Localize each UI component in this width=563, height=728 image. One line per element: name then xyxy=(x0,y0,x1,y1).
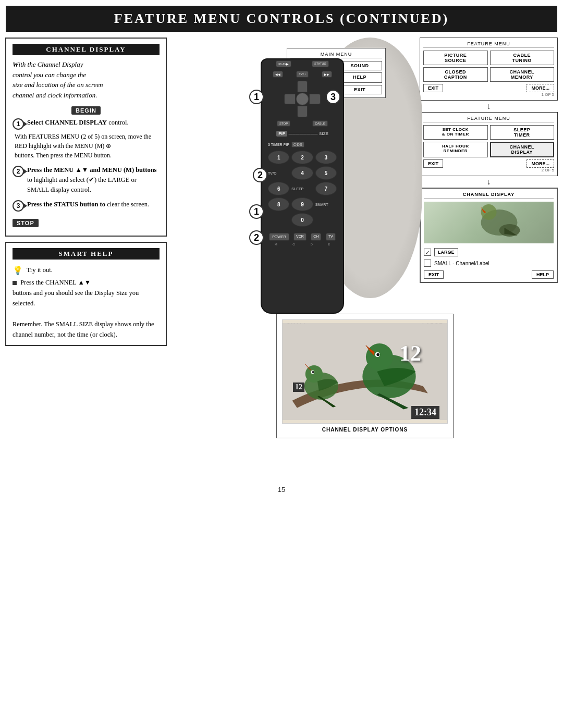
cdm-title: CHANNEL DISPLAY xyxy=(424,192,554,199)
left-panel: CHANNEL DISPLAY With the Channel Display… xyxy=(5,38,167,480)
feature-menu-2-footer: EXIT MORE... xyxy=(423,159,554,168)
step-3-text: Press the STATUS button to clear the scr… xyxy=(27,200,149,209)
smart-help-title: SMART HELP xyxy=(13,248,160,260)
cdm-large-checkbox[interactable] xyxy=(424,249,431,256)
remote-right-btn[interactable] xyxy=(309,94,321,104)
remote-num-7[interactable]: 7 xyxy=(315,182,337,195)
step-overlay-2: 2 xyxy=(253,168,267,182)
stop-badge: STOP xyxy=(13,219,39,227)
cdm-footer: EXIT HELP xyxy=(424,270,554,279)
step-overlay-2b: 2 xyxy=(249,230,264,245)
remote-mid-buttons: ◀◀ TV↑↓ ▶▶ xyxy=(262,70,343,79)
remote-num-1[interactable]: 1 xyxy=(268,151,289,164)
step-3-circle: 3 xyxy=(13,200,24,212)
cdm-small-label: SMALL - Channel/Label xyxy=(434,261,489,266)
svg-point-1 xyxy=(481,204,497,220)
step-3-block: 3 Press the STATUS button to clear the s… xyxy=(13,200,160,212)
remote-stop-btn[interactable]: STOP xyxy=(277,120,290,127)
cd-options-footer: CHANNEL DISPLAY OPTIONS xyxy=(282,427,448,433)
feature-menu-2: FEATURE MENU SET CLOCK& ON TIMER SLEEPTI… xyxy=(420,112,558,176)
cdm-small-checkbox[interactable] xyxy=(424,260,431,267)
remote-bottom-row: POWER VCR CH TV xyxy=(262,231,343,243)
channel-num-clock: 12:34 xyxy=(411,406,439,419)
feature-menu-2-grid: SET CLOCK& ON TIMER SLEEPTIMER HALF HOUR… xyxy=(423,125,554,157)
channel-display-options-menu: CHANNEL DISPLAY xyxy=(420,188,558,283)
begin-badge: BEGIN xyxy=(71,106,101,115)
step-2-block: 2 Press the MENU ▲▼ and MENU (M) buttons… xyxy=(13,165,160,194)
smart-help-box: SMART HELP 💡 Try it out. Press the CHANN… xyxy=(5,242,167,346)
fm1-cable-tuning: CABLETUNING xyxy=(490,51,555,65)
fm2-exit-btn[interactable]: EXIT xyxy=(423,159,443,168)
cdm-parrot-image xyxy=(424,202,554,243)
remote-cable-btn[interactable]: CABLE xyxy=(312,120,328,127)
feature-menu-1-grid: PICTURESOURCE CABLETUNING CLOSEDCAPTION … xyxy=(423,51,554,82)
step-1-block: 1 Select CHANNEL DISPLAY control. With F… xyxy=(13,118,160,160)
svg-point-11 xyxy=(312,371,314,373)
bottom-section: SMALL LARGE xyxy=(172,314,558,480)
remote-ff-btn[interactable]: ▶▶ xyxy=(322,71,332,78)
remote-vcr-btn[interactable]: VCR xyxy=(293,233,307,241)
fm2-set-clock: SET CLOCK& ON TIMER xyxy=(423,125,488,140)
feature-menu-1: FEATURE MENU PICTURESOURCE CABLETUNING C… xyxy=(420,38,558,101)
fm1-exit-btn[interactable]: EXIT xyxy=(423,84,443,92)
fm2-channel-display: CHANNELDISPLAY xyxy=(490,142,555,157)
remote-status-btn[interactable]: STATUS xyxy=(312,60,329,67)
remote-rew-btn[interactable]: ◀◀ xyxy=(273,71,283,78)
main-content: CHANNEL DISPLAY With the Channel Display… xyxy=(0,38,563,480)
fm2-page-indicator: 2 OF 5 xyxy=(423,168,554,172)
svg-point-7 xyxy=(376,353,380,356)
remote-num-2[interactable]: 2 xyxy=(291,151,313,164)
remote-num-0[interactable]: 0 xyxy=(291,213,313,227)
cdm-help-btn[interactable]: HELP xyxy=(532,270,554,279)
remote-left-btn[interactable] xyxy=(284,94,296,104)
arrow-1: ↓ xyxy=(420,102,558,111)
remote-play-btn[interactable]: PLAY▶ xyxy=(276,60,291,67)
right-panel: MAIN MENU PICTURE SOUND FEATURES HELP 1S… xyxy=(167,38,558,480)
fm1-page-indicator: 1 OF 5 xyxy=(423,92,554,97)
parrot-silhouette-small xyxy=(424,202,554,243)
step-1-text: Select CHANNEL DISPLAY control. xyxy=(27,118,129,128)
step-2-circle: 2 xyxy=(13,166,24,177)
fm1-more-btn[interactable]: MORE... xyxy=(527,84,554,92)
fm2-sleep-timer: SLEEPTIMER xyxy=(490,125,555,140)
remote-num-8[interactable]: 8 xyxy=(268,198,289,211)
bulb-icon: 💡 xyxy=(13,264,23,277)
remote-area: MAIN MENU PICTURE SOUND FEATURES HELP 1S… xyxy=(172,38,558,309)
remote-down-btn[interactable] xyxy=(297,106,308,117)
remote-center-btn[interactable] xyxy=(296,93,309,105)
remote-num-9[interactable]: 9 xyxy=(291,198,313,211)
remote-ch-btn[interactable]: CH xyxy=(311,233,321,241)
remote-tv-btn[interactable]: TV xyxy=(326,233,336,241)
remote-top-buttons: PLAY▶ STATUS xyxy=(262,59,343,68)
svg-point-9 xyxy=(305,365,323,382)
channel-display-title: CHANNEL DISPLAY xyxy=(13,44,160,55)
remote-d-label: D xyxy=(310,243,312,246)
smart-help-content: 💡 Try it out. Press the CHANNEL ▲▼ butto… xyxy=(13,264,160,340)
intro-text: With the Channel Display control you can… xyxy=(13,59,160,100)
remote-num-6[interactable]: 6 xyxy=(268,182,289,195)
remote-power-btn[interactable]: POWER xyxy=(269,233,289,241)
cdm-small-option: SMALL - Channel/Label xyxy=(424,258,554,268)
remote-mode-row: M O D E xyxy=(262,243,343,246)
remote-tvch-btn[interactable]: TV↑↓ xyxy=(296,71,309,78)
remote-o-label: O xyxy=(292,243,295,246)
remote-numpad: 3 TIMER PIP C·DS 1 2 3 TV/O 4 5 6 SLEEP xyxy=(262,140,343,229)
page-header: FEATURE MENU CONTROLS (CONTINUED) xyxy=(4,4,559,33)
feature-menu-2-title: FEATURE MENU xyxy=(423,116,554,122)
remote-num-3[interactable]: 3 xyxy=(315,151,337,164)
remote-num-4[interactable]: 4 xyxy=(291,166,313,180)
main-menu-title: MAIN MENU xyxy=(290,52,382,58)
remote-stop-row: STOP CABLE xyxy=(262,119,343,128)
step-overlay-1b: 1 xyxy=(249,204,264,219)
cdm-exit-btn[interactable]: EXIT xyxy=(424,270,444,279)
remote-num-5[interactable]: 5 xyxy=(315,166,337,180)
fm2-more-btn[interactable]: MORE... xyxy=(527,159,554,168)
step-overlay-3: 3 xyxy=(326,90,340,104)
remote-pip-row: PIP ———————— SIZE xyxy=(262,129,343,138)
fm1-picture-source: PICTURESOURCE xyxy=(423,51,488,65)
remote-up-btn[interactable] xyxy=(297,81,308,92)
remote-m-label: M xyxy=(275,243,277,246)
bullet-icon xyxy=(13,281,17,285)
channel-num-large: 12 xyxy=(399,341,421,366)
cdm-large-label: LARGE xyxy=(434,248,458,256)
